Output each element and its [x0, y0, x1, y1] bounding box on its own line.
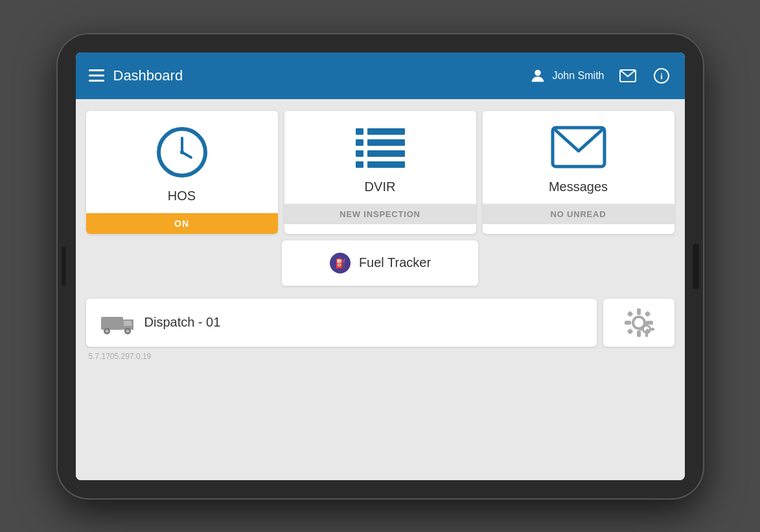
- info-icon: i: [653, 67, 670, 84]
- svg-rect-28: [637, 330, 641, 337]
- version-text: 5.7.1705.297:0.19: [86, 352, 674, 361]
- svg-rect-19: [101, 317, 123, 330]
- messages-label: Messages: [549, 179, 608, 194]
- messages-card-body: Messages: [483, 111, 674, 203]
- svg-point-25: [126, 329, 129, 332]
- messages-icon-area: [550, 125, 607, 170]
- user-icon: [529, 67, 547, 85]
- svg-rect-27: [637, 308, 641, 315]
- dvir-card[interactable]: DVIR NEW INSPECTION: [284, 111, 476, 234]
- svg-rect-14: [356, 161, 363, 168]
- header-right: John Smith i: [529, 65, 671, 86]
- svg-point-23: [105, 329, 108, 332]
- messages-status: NO UNREAD: [483, 203, 674, 224]
- hos-card[interactable]: HOS ON: [86, 111, 278, 234]
- svg-rect-8: [356, 128, 363, 135]
- hos-card-body: HOS: [86, 111, 278, 213]
- list-icon: [354, 125, 406, 170]
- dvir-label: DVIR: [365, 179, 396, 194]
- fuel-icon: ⛽: [329, 252, 351, 274]
- svg-rect-10: [356, 139, 363, 146]
- menu-icon[interactable]: [89, 69, 104, 82]
- svg-point-0: [535, 69, 541, 75]
- hos-label: HOS: [168, 189, 196, 203]
- svg-rect-39: [651, 328, 654, 330]
- svg-rect-32: [644, 310, 651, 317]
- svg-rect-37: [645, 333, 648, 337]
- svg-rect-13: [367, 150, 405, 157]
- svg-rect-21: [124, 321, 132, 326]
- dvir-card-body: DVIR: [284, 111, 476, 203]
- svg-rect-31: [627, 310, 633, 317]
- dvir-status: NEW INSPECTION: [284, 203, 476, 224]
- main-content: HOS ON: [76, 99, 685, 480]
- header: Dashboard John Smith: [76, 52, 685, 99]
- mail-icon-button[interactable]: [617, 65, 638, 86]
- envelope-icon: [550, 125, 607, 170]
- mail-icon: [619, 69, 636, 82]
- settings-icon: [619, 306, 658, 340]
- svg-rect-36: [645, 321, 648, 325]
- bottom-row: Dispatch - 01: [86, 299, 674, 347]
- dvir-icon-area: [354, 125, 406, 170]
- page-title: Dashboard: [113, 67, 183, 84]
- svg-rect-33: [627, 328, 633, 334]
- dispatch-card[interactable]: Dispatch - 01: [86, 299, 597, 347]
- screen: Dashboard John Smith: [76, 52, 685, 480]
- svg-rect-9: [367, 128, 405, 135]
- svg-rect-11: [367, 139, 405, 146]
- messages-card[interactable]: Messages NO UNREAD: [483, 111, 674, 234]
- svg-text:i: i: [660, 71, 663, 81]
- info-icon-button[interactable]: i: [651, 65, 672, 86]
- hos-icon-area: [155, 125, 209, 179]
- dispatch-label: Dispatch - 01: [144, 315, 221, 330]
- top-cards-grid: HOS ON: [86, 111, 674, 234]
- fuel-tracker-label: Fuel Tracker: [359, 255, 431, 270]
- svg-rect-29: [625, 321, 631, 325]
- svg-point-7: [180, 150, 184, 154]
- clock-icon: [155, 125, 209, 179]
- fuel-tracker-card[interactable]: ⛽ Fuel Tracker: [282, 240, 478, 286]
- hos-status: ON: [86, 213, 278, 234]
- svg-text:⛽: ⛽: [334, 258, 346, 269]
- svg-rect-15: [367, 161, 405, 168]
- user-name: John Smith: [552, 70, 604, 82]
- svg-rect-12: [356, 150, 363, 157]
- svg-rect-38: [639, 328, 643, 330]
- tablet-frame: Dashboard John Smith: [56, 33, 704, 500]
- truck-icon: [100, 310, 134, 335]
- header-left: Dashboard: [89, 67, 183, 84]
- user-info: John Smith: [529, 67, 604, 85]
- settings-card[interactable]: [603, 299, 674, 347]
